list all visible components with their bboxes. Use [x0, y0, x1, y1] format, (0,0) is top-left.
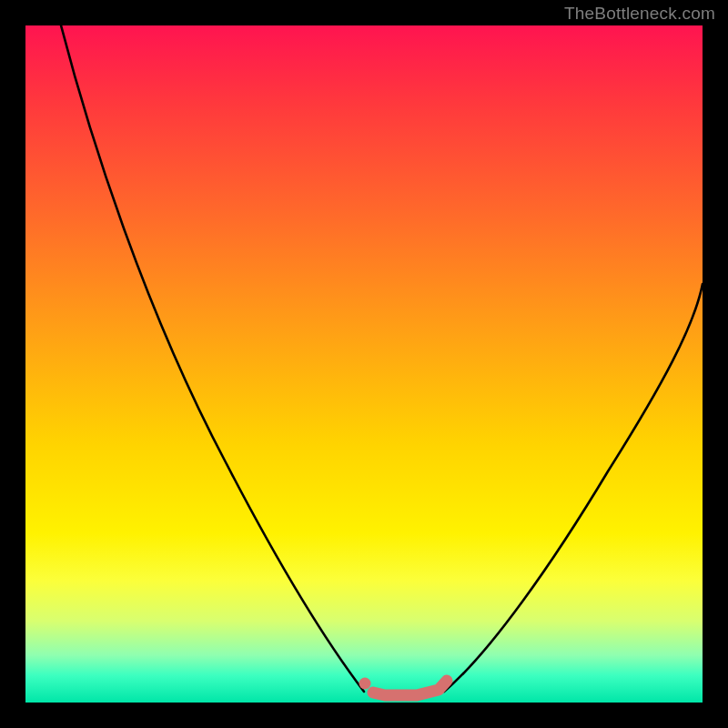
curve-layer: [25, 25, 703, 703]
left-curve: [60, 25, 364, 692]
right-curve: [444, 284, 703, 692]
flat-bottom-segment: [373, 681, 447, 695]
chart-frame: TheBottleneck.com: [0, 0, 728, 728]
flat-start-dot: [359, 678, 371, 690]
watermark-text: TheBottleneck.com: [564, 4, 715, 24]
gradient-plot-area: [25, 25, 703, 703]
